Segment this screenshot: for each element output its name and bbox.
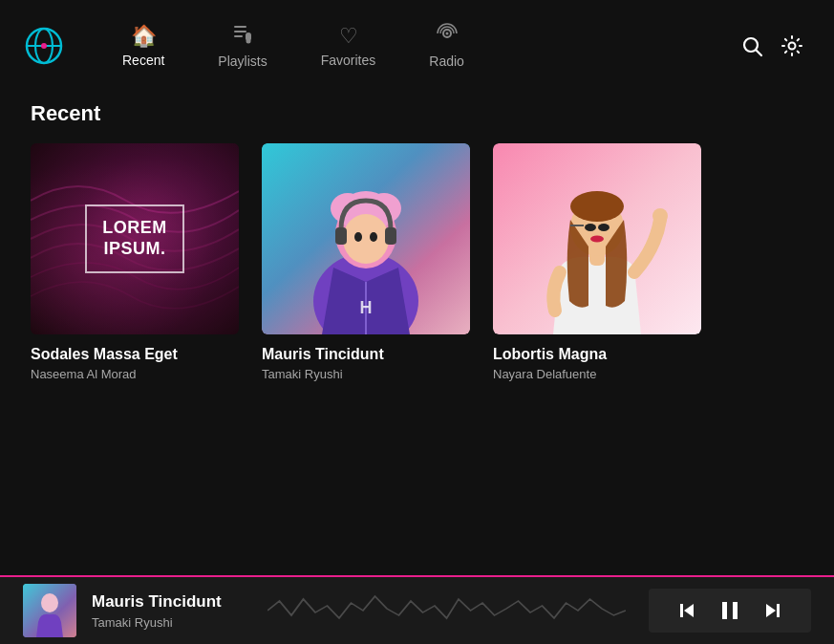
card-1-artist: Naseema Al Morad: [31, 367, 239, 381]
main-content: Recent: [0, 86, 834, 575]
lorem-ipsum-box: LOREM IPSUM.: [85, 204, 184, 272]
svg-point-21: [343, 214, 389, 264]
home-icon: 🏠: [131, 24, 157, 49]
playlists-icon: [232, 23, 253, 50]
prev-button[interactable]: [675, 599, 698, 622]
card-image-1: LOREM IPSUM.: [31, 143, 239, 334]
card-image-2: H: [262, 143, 470, 334]
radio-icon: [437, 23, 458, 50]
svg-point-30: [570, 191, 624, 222]
lorem-line-2: IPSUM.: [102, 239, 167, 260]
tab-radio[interactable]: Radio: [402, 17, 491, 75]
gear-icon: [781, 34, 803, 57]
svg-point-31: [585, 224, 596, 231]
next-icon: [761, 599, 784, 622]
now-playing-thumbnail: [23, 584, 76, 637]
svg-rect-5: [234, 31, 246, 32]
svg-rect-24: [335, 227, 347, 245]
svg-point-22: [354, 232, 362, 242]
pause-icon: [717, 598, 742, 623]
card-2-artist: Tamaki Ryushi: [262, 367, 470, 381]
card-image-3: [493, 143, 701, 334]
search-button[interactable]: [740, 34, 763, 57]
card-2-title: Mauris Tincidunt: [262, 346, 470, 363]
tab-recent[interactable]: 🏠 Recent: [96, 18, 191, 74]
player-controls: [649, 589, 811, 633]
tab-recent-label: Recent: [122, 53, 164, 68]
svg-point-37: [41, 593, 58, 612]
svg-rect-41: [733, 602, 738, 619]
svg-marker-42: [766, 604, 776, 617]
card-3-artist: Nayara Delafuente: [493, 367, 701, 381]
tab-favorites[interactable]: ♡ Favorites: [294, 18, 403, 74]
svg-point-35: [652, 208, 668, 224]
header: 🏠 Recent Playlists ♡ Favorites: [0, 0, 834, 86]
nav-tabs: 🏠 Recent Playlists ♡ Favorites: [96, 17, 740, 75]
cards-row: LOREM IPSUM. Sodales Massa Eget Naseema …: [31, 143, 803, 381]
now-playing-title: Mauris Tincidunt: [92, 592, 245, 612]
search-icon: [740, 34, 763, 57]
svg-rect-4: [234, 26, 246, 28]
svg-rect-25: [385, 227, 396, 245]
card-3-title: Lobortis Magna: [493, 346, 701, 363]
heart-icon: ♡: [339, 24, 358, 49]
svg-rect-39: [680, 604, 683, 617]
svg-point-13: [789, 43, 796, 50]
now-playing-artist: Tamaki Ryushi: [92, 615, 245, 630]
svg-marker-38: [684, 604, 694, 617]
svg-rect-40: [722, 602, 727, 619]
music-card-3[interactable]: Lobortis Magna Nayara Delafuente: [493, 143, 701, 381]
svg-point-32: [598, 224, 609, 231]
settings-button[interactable]: [781, 34, 803, 57]
section-title: Recent: [31, 101, 803, 126]
now-playing-info: Mauris Tincidunt Tamaki Ryushi: [92, 592, 245, 630]
tab-radio-label: Radio: [429, 54, 464, 69]
card-1-title: Sodales Massa Eget: [31, 346, 239, 363]
svg-rect-43: [777, 604, 780, 617]
music-card-1[interactable]: LOREM IPSUM. Sodales Massa Eget Naseema …: [31, 143, 239, 381]
card-art-woman: [493, 143, 701, 334]
svg-text:H: H: [360, 298, 373, 317]
waveform-area: [267, 591, 626, 630]
svg-point-33: [590, 236, 604, 243]
card-art-headphones: H: [262, 143, 470, 334]
pause-button[interactable]: [717, 598, 742, 623]
logo-icon: [23, 25, 65, 67]
card-art-lorem: LOREM IPSUM.: [31, 143, 239, 334]
lorem-line-1: LOREM: [102, 218, 167, 239]
logo-area: [23, 25, 65, 67]
svg-line-12: [757, 51, 762, 56]
music-card-2[interactable]: H Mauris Tincidunt Tamaki Ryushi: [262, 143, 470, 381]
svg-rect-6: [234, 35, 243, 37]
svg-point-23: [370, 232, 377, 242]
tab-playlists[interactable]: Playlists: [191, 17, 293, 75]
prev-icon: [675, 599, 698, 622]
tab-favorites-label: Favorites: [321, 53, 376, 68]
svg-point-10: [445, 32, 448, 35]
now-playing-bar: Mauris Tincidunt Tamaki Ryushi: [0, 575, 834, 644]
svg-point-3: [41, 43, 47, 49]
next-button[interactable]: [761, 599, 784, 622]
svg-point-8: [246, 39, 251, 44]
header-actions: [740, 34, 803, 57]
tab-playlists-label: Playlists: [218, 54, 267, 69]
